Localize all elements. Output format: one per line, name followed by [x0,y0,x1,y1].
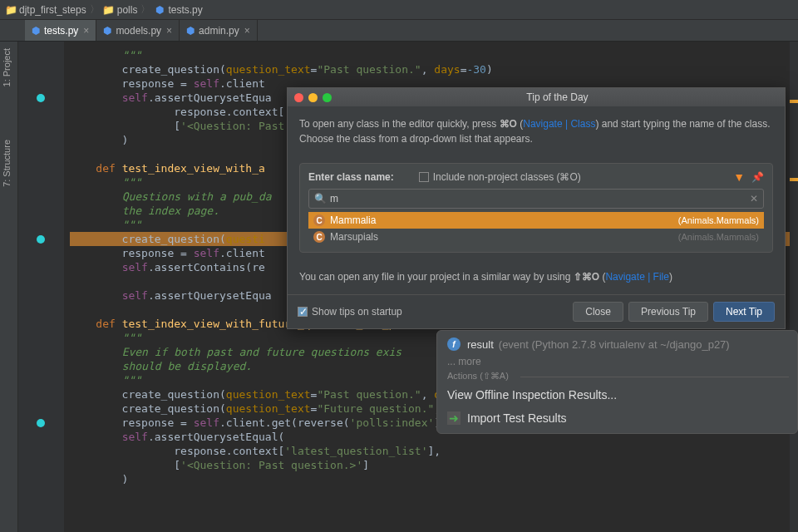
minimize-window-icon[interactable] [308,93,318,102]
close-tab-icon[interactable]: × [83,25,89,37]
tip-of-the-day-dialog: Tip of the Day To open any class in the … [287,87,786,329]
actions-section-label: Actions (⇧⌘A) [437,369,797,383]
filter-icon[interactable]: ▼ [733,170,745,184]
breakpoint-icon[interactable] [37,235,45,244]
class-search-input-wrapper[interactable]: 🔍 ✕ [308,189,764,209]
breadcrumb-file[interactable]: tests.py [168,4,202,16]
editor-tab[interactable]: ⬢tests.py× [25,20,96,41]
editor-tab[interactable]: ⬢admin.py× [180,20,258,41]
close-tab-icon[interactable]: × [166,25,172,37]
tool-window-bar: 1: Project 7: Structure [0,42,18,532]
search-icon: 🔍 [314,193,327,204]
breakpoint-icon[interactable] [37,419,45,427]
gutter[interactable] [18,42,65,532]
dialog-footer: ✓ Show tips on startup Close Previous Ti… [288,294,785,328]
close-window-icon[interactable] [294,93,303,102]
import-icon: ➜ [447,411,461,425]
close-button[interactable]: Close [573,302,623,322]
breadcrumb: 📁 djtp_first_steps 〉 📁 polls 〉 ⬢ tests.p… [0,0,798,20]
more-link[interactable]: ... more [437,354,797,369]
class-icon: C [313,231,325,243]
class-search-panel: Enter class name: Include non-project cl… [299,163,773,253]
result-row[interactable]: f result (event (Python 2.7.8 virtualenv… [437,334,797,354]
navigate-file-link[interactable]: Navigate | File [605,271,668,283]
breakpoint-icon[interactable] [37,94,45,102]
pin-icon[interactable]: 📌 [751,171,764,183]
folder-icon: 📁 [103,4,115,16]
editor-tabs: ⬢tests.py×⬢models.py×⬢admin.py× [0,20,798,42]
search-label: Enter class name: [308,171,394,183]
close-tab-icon[interactable]: × [244,25,250,37]
include-nonproject-checkbox[interactable] [419,172,429,182]
python-file-icon: ⬢ [154,4,165,16]
show-tips-label: Show tips on startup [312,306,402,318]
search-result-item[interactable]: CMammalia(Animals.Mammals) [308,212,764,229]
tip-text: To open any class in the editor quickly,… [288,106,785,156]
editor-tab[interactable]: ⬢models.py× [96,20,180,41]
class-search-input[interactable] [330,193,750,204]
warning-marker[interactable] [790,178,798,181]
warning-marker[interactable] [790,100,798,103]
search-everywhere-popup: f result (event (Python 2.7.8 virtualenv… [436,330,798,434]
next-tip-button[interactable]: Next Tip [713,302,775,322]
clear-icon[interactable]: ✕ [750,193,758,204]
zoom-window-icon[interactable] [323,93,332,102]
project-tool-button[interactable]: 1: Project [0,42,13,93]
breadcrumb-project[interactable]: djtp_first_steps [19,4,86,16]
previous-tip-button[interactable]: Previous Tip [628,302,708,322]
error-stripe[interactable] [790,42,798,532]
search-result-item[interactable]: CMarsupials(Animals.Mammals) [308,229,764,245]
tip-text-2: You can open any file in your project in… [288,259,785,294]
structure-tool-button[interactable]: 7: Structure [0,133,13,194]
class-icon: C [313,214,325,226]
search-results: CMammalia(Animals.Mammals)CMarsupials(An… [308,212,764,245]
navigate-class-link[interactable]: Navigate | Class [523,118,595,130]
show-tips-checkbox[interactable]: ✓ [298,307,308,317]
folder-icon: 📁 [5,4,17,16]
action-offline-inspection[interactable]: View Offline Inspection Results... [437,383,797,406]
breadcrumb-app[interactable]: polls [117,4,138,16]
dialog-title: Tip of the Day [337,91,778,103]
field-icon: f [447,337,461,351]
include-nonproject-label: Include non-project classes (⌘O) [433,171,581,183]
action-import-test-results[interactable]: ➜ Import Test Results [437,406,797,430]
dialog-titlebar[interactable]: Tip of the Day [288,88,785,106]
